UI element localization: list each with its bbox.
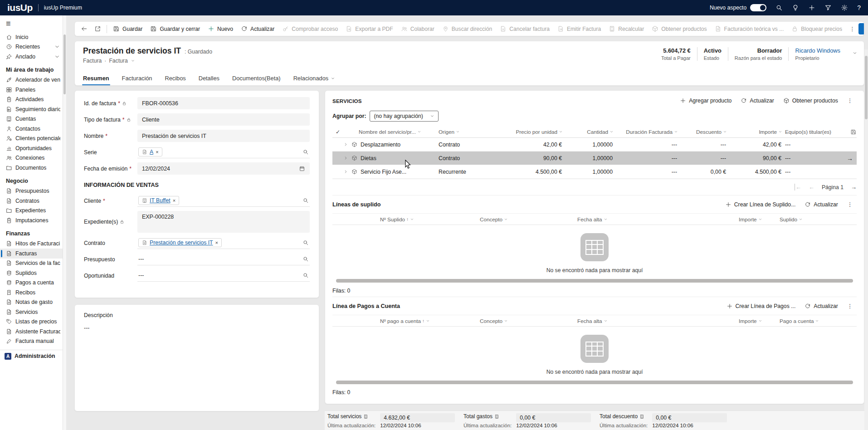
back-button[interactable] [78, 23, 91, 35]
column-header-concepto[interactable]: Concepto [480, 216, 577, 222]
page-vertical-scrollbar[interactable] [864, 49, 868, 430]
column-header-origen[interactable]: Origen [439, 129, 497, 135]
hamburger-menu-icon[interactable]: ≡ [0, 18, 63, 32]
expediente-field[interactable]: EXP-000228 [137, 211, 310, 233]
suplido-overflow-button[interactable]: ⋮ [843, 199, 857, 210]
opportunity-lookup-field[interactable]: --- [137, 269, 310, 282]
suplido-horizontal-scrollbar[interactable] [336, 279, 853, 283]
sidebar-item-oportunidades[interactable]: Oportunidades [0, 143, 63, 153]
tab-relacionados[interactable]: Relacionados [293, 71, 336, 85]
get-products-button[interactable]: Obtener productos [648, 23, 710, 35]
sidebar-item-expedientes[interactable]: Expedientes [0, 206, 63, 216]
lookup-search-icon[interactable] [302, 239, 309, 246]
tab-resumen[interactable]: Resumen [83, 71, 109, 85]
lock-prices-button[interactable]: Bloquear precios [788, 23, 846, 35]
calendar-icon[interactable] [299, 166, 305, 172]
settings-gear-icon[interactable] [841, 4, 848, 11]
sidebar-item-contratos[interactable]: Contratos [0, 196, 63, 206]
column-header-cantidad[interactable]: Cantidad [566, 129, 616, 135]
cancel-invoice-button[interactable]: Cancelar factura [496, 23, 553, 35]
sidebar-item-servicios[interactable]: Servicios [0, 307, 63, 317]
tab-facturacion[interactable]: Facturación [122, 71, 152, 85]
search-icon[interactable] [775, 4, 783, 11]
open-row-arrow-icon[interactable]: → [833, 155, 857, 162]
check-access-button[interactable]: Comprobar acceso [278, 23, 341, 35]
create-pago-button[interactable]: Crear Línea de Pagos ... [722, 300, 800, 312]
column-header-precio[interactable]: Precio por unidad [497, 129, 566, 135]
sidebar-item-recientes[interactable]: Recientes [0, 42, 63, 52]
tab-recibos[interactable]: Recibos [165, 71, 185, 85]
form-selector[interactable]: Factura [109, 58, 127, 64]
column-header-num-suplido[interactable]: Nº Suplido↑ [380, 216, 480, 222]
sidebar-item-suplidos[interactable]: Suplidos [0, 268, 63, 278]
remove-value-icon[interactable]: × [173, 198, 176, 203]
column-header-duracion[interactable]: Duración Facturada [616, 129, 681, 135]
issue-date-field[interactable]: 12/02/2024 [137, 162, 310, 175]
select-all-checkmark[interactable]: ✓ [332, 129, 343, 135]
collaborate-button[interactable]: Colaborar [397, 23, 438, 35]
sidebar-item-pagos-a-cuenta[interactable]: Pagos a cuenta [0, 278, 63, 288]
expand-row-icon[interactable] [343, 169, 348, 174]
issue-invoice-button[interactable]: Emitir Factura [554, 23, 605, 35]
column-header-importe[interactable]: Importe [739, 216, 780, 222]
contract-lookup-field[interactable]: Prestación de servicios IT × [137, 237, 310, 249]
sidebar-item-acelerador[interactable]: Acelerador de ven... [0, 75, 63, 85]
new-button[interactable]: Nuevo [204, 23, 237, 35]
sidebar-item-documentos[interactable]: Documentos [0, 163, 63, 173]
group-by-dropdown[interactable]: (no hay agrupación) [370, 111, 439, 122]
invoice-type-field[interactable]: Cliente [137, 113, 310, 126]
tab-detalles[interactable]: Detalles [199, 71, 219, 85]
expand-row-icon[interactable] [343, 156, 348, 161]
pagos-horizontal-scrollbar[interactable] [336, 381, 853, 384]
sidebar-item-clientes-potenciales[interactable]: Clientes potenciales [0, 134, 63, 144]
total-servicios-value[interactable]: 4.632,00 € [380, 413, 455, 422]
grid-settings-icon[interactable] [850, 129, 857, 135]
search-address-button[interactable]: Buscar dirección [439, 23, 496, 35]
sidebar-item-imputaciones[interactable]: Imputaciones [0, 215, 63, 225]
expand-row-icon[interactable] [343, 142, 348, 147]
sidebar-item-conexiones[interactable]: Conexiones [0, 153, 63, 163]
sidebar-item-factura-manual[interactable]: Factura manual [0, 337, 63, 347]
column-header-fecha-alta[interactable]: Fecha alta [577, 216, 739, 222]
sidebar-item-listas-precios[interactable]: Listas de precios [0, 317, 63, 327]
header-expand-chevron-icon[interactable] [852, 50, 858, 56]
column-header-concepto[interactable]: Concepto [480, 318, 577, 324]
pagos-overflow-button[interactable]: ⋮ [843, 300, 857, 312]
lookup-search-icon[interactable] [302, 272, 309, 279]
recalculate-button[interactable]: Recalcular [605, 23, 648, 35]
lookup-search-icon[interactable] [302, 197, 309, 204]
series-lookup-field[interactable]: A × [137, 146, 310, 158]
column-header-descuento[interactable]: Descuento [681, 129, 730, 135]
services-get-products-button[interactable]: Obtener productos [779, 95, 842, 107]
service-row-dietas[interactable]: Dietas Contrato 90,00 € 1,00000 --- --- … [332, 151, 857, 165]
tab-documentos-beta[interactable]: Documentos(Beta) [232, 71, 281, 85]
sidebar-item-cuentas[interactable]: Cuentas [0, 114, 63, 124]
column-header-importe[interactable]: Importe [730, 129, 785, 135]
service-row-desplazamiento[interactable]: Desplazamiento Contrato 42,00 € 1,00000 … [332, 138, 857, 151]
remove-value-icon[interactable]: × [215, 240, 218, 245]
share-button[interactable]: Compartir [858, 23, 864, 34]
sidebar-scrollbar[interactable] [63, 15, 66, 430]
sidebar-item-servicios-factura[interactable]: Servicios de la fac... [0, 259, 63, 269]
save-button[interactable]: Guardar [109, 23, 146, 35]
sidebar-item-contactos[interactable]: Contactos [0, 124, 63, 134]
series-lookup-pill[interactable]: A × [138, 147, 162, 156]
description-field[interactable]: --- [84, 325, 310, 331]
stat-propietario[interactable]: Ricardo Windows Propietario [788, 47, 847, 61]
service-row-servicio-fijo[interactable]: Servicio Fijo Ase... Recurrente 4.500,00… [332, 165, 857, 179]
column-header-suplido[interactable]: Suplido [780, 216, 857, 222]
sidebar-item-presupuestos[interactable]: Presupuestos [0, 186, 63, 196]
column-header-fecha-alta[interactable]: Fecha alta [577, 318, 739, 324]
sidebar-item-actividades[interactable]: Actividades [0, 95, 63, 105]
name-field[interactable]: Prestación de servicios IT [137, 130, 310, 142]
create-suplido-button[interactable]: Crear Línea de Suplido... [721, 199, 800, 210]
invoice-id-field[interactable]: FBOR-000536 [137, 97, 310, 109]
column-header-importe[interactable]: Importe [739, 318, 780, 324]
quick-create-plus-icon[interactable] [808, 4, 815, 11]
sidebar-item-hitos[interactable]: Hitos de Facturaci... [0, 239, 63, 249]
sidebar-item-seguimiento[interactable]: Seguimiento diario [0, 104, 63, 114]
lookup-search-icon[interactable] [302, 256, 309, 262]
first-page-icon[interactable]: ← [795, 184, 801, 191]
remove-value-icon[interactable]: × [156, 149, 158, 155]
column-header-num-pago[interactable]: Nº pago a cuenta↑ [380, 318, 480, 324]
